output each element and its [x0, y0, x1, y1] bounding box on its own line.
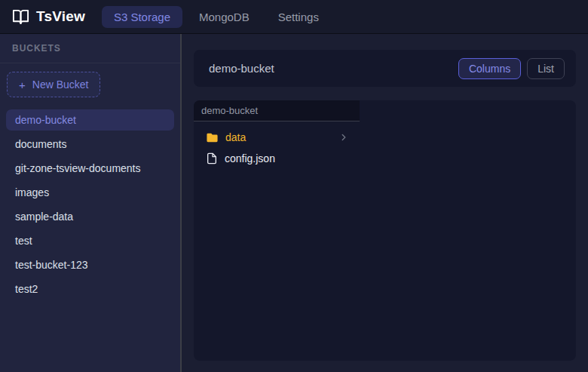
- bucket-title: demo-bucket: [209, 62, 274, 75]
- entry-data-folder[interactable]: data: [198, 127, 355, 148]
- entry-name: data: [225, 131, 246, 143]
- folder-icon: [206, 131, 219, 144]
- bucket-item-images[interactable]: images: [6, 182, 174, 203]
- page-layout: BUCKETS + New Bucket demo-bucket documen…: [0, 34, 588, 372]
- bucket-item-test2[interactable]: test2: [6, 278, 174, 300]
- file-icon: [206, 152, 218, 164]
- app-logo: TsView: [12, 8, 85, 26]
- buckets-section-label: BUCKETS: [12, 43, 61, 54]
- new-bucket-button[interactable]: + New Bucket: [7, 72, 100, 97]
- bucket-item-demo-bucket[interactable]: demo-bucket: [6, 109, 174, 131]
- tab-s3-storage[interactable]: S3 Storage: [102, 6, 182, 28]
- bucket-list: demo-bucket documents git-zone-tsview-do…: [6, 109, 174, 300]
- tab-mongodb[interactable]: MongoDB: [187, 6, 262, 28]
- entry-list: data: [194, 121, 360, 174]
- entry-config-json-file[interactable]: config.json: [198, 148, 355, 169]
- bucket-item-sample-data[interactable]: sample-data: [6, 206, 174, 227]
- app-title: TsView: [36, 8, 85, 25]
- plus-icon: +: [19, 79, 26, 91]
- tab-settings[interactable]: Settings: [266, 6, 331, 28]
- book-open-icon: [12, 8, 29, 26]
- bucket-item-documents[interactable]: documents: [6, 134, 174, 155]
- column-header: demo-bucket: [194, 100, 360, 121]
- list-view-button[interactable]: List: [527, 58, 565, 79]
- bucket-toolbar: demo-bucket Columns List: [194, 50, 576, 87]
- columns-view-button[interactable]: Columns: [458, 58, 521, 79]
- bucket-item-test-bucket-123[interactable]: test-bucket-123: [6, 254, 174, 275]
- buckets-sidebar: BUCKETS + New Bucket demo-bucket documen…: [0, 34, 182, 372]
- sidebar-body: + New Bucket demo-bucket documents git-z…: [0, 63, 180, 300]
- entry-name: config.json: [225, 152, 275, 164]
- app-header: TsView S3 Storage MongoDB Settings: [0, 0, 588, 34]
- view-mode-toggle: Columns List: [458, 58, 565, 79]
- bucket-item-git-zone-tsview-documents[interactable]: git-zone-tsview-documents: [6, 158, 174, 179]
- main-content: demo-bucket Columns List demo-bucket d: [182, 34, 588, 372]
- bucket-item-test[interactable]: test: [6, 230, 174, 251]
- sidebar-header: BUCKETS: [0, 34, 180, 63]
- new-bucket-label: New Bucket: [32, 78, 89, 91]
- file-browser-panel: demo-bucket data: [194, 100, 576, 361]
- chevron-right-icon: [338, 132, 349, 143]
- browser-column: demo-bucket data: [194, 100, 360, 361]
- main-nav: S3 Storage MongoDB Settings: [102, 6, 331, 28]
